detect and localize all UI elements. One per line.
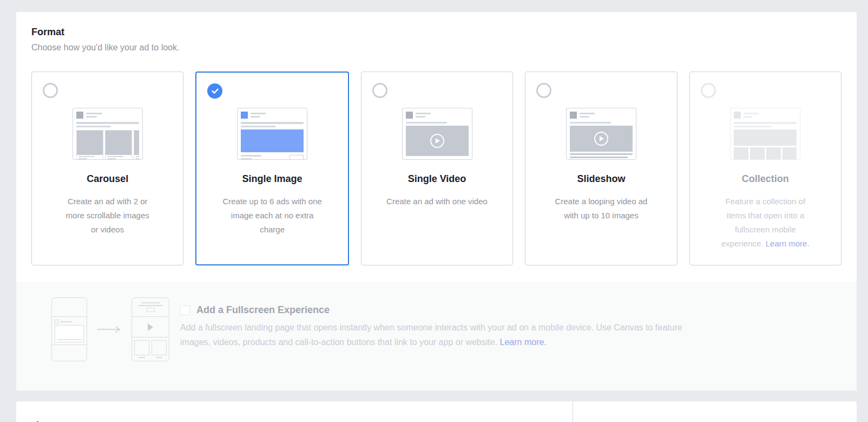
format-option-description: Create a looping video ad with up to 10 …: [543, 194, 660, 223]
mobile-ad-phone-icon: [51, 297, 87, 361]
fullscreen-canvas-phone-icon: [131, 297, 169, 361]
format-option-label: Single Image: [196, 173, 347, 185]
fullscreen-experience-description: Add a fullscreen landing page that opens…: [180, 320, 682, 349]
format-options-row: Carousel Create an ad with 2 or more scr…: [31, 72, 841, 265]
panel-vertical-divider: [573, 401, 573, 422]
page: Format Choose how you'd like your ad to …: [0, 0, 868, 422]
radio-unselected-icon[interactable]: [536, 83, 551, 98]
format-option-label: Single Video: [361, 173, 512, 185]
radio-unselected-icon[interactable]: [372, 83, 387, 98]
format-option-label: Slideshow: [525, 173, 676, 185]
carousel-ad-thumbnail-icon: [73, 108, 143, 160]
fullscreen-experience-content: Add a Fullscreen Experience Add a fullsc…: [180, 304, 682, 349]
slideshow-ad-thumbnail-icon: [566, 108, 636, 160]
single-video-ad-thumbnail-icon: [402, 108, 472, 160]
format-option-description: Create an ad with one video: [379, 194, 496, 209]
format-title: Format: [31, 26, 841, 38]
canvas-learn-more-link[interactable]: Learn more.: [500, 337, 547, 347]
collection-ad-thumbnail-icon: [730, 108, 800, 160]
images-title: Images: [36, 419, 857, 422]
format-option-label: Collection: [690, 173, 841, 185]
fullscreen-experience-section: Add a Fullscreen Experience Add a fullsc…: [16, 282, 857, 391]
format-option-single-video[interactable]: Single Video Create an ad with one video: [361, 72, 513, 265]
fullscreen-experience-checkbox[interactable]: [180, 306, 190, 315]
canvas-phones-illustration: [51, 297, 169, 361]
fullscreen-experience-label: Add a Fullscreen Experience: [196, 304, 330, 316]
collection-learn-more-link[interactable]: Learn more.: [766, 239, 810, 248]
arrow-right-icon: [87, 326, 131, 333]
format-option-carousel[interactable]: Carousel Create an ad with 2 or more scr…: [31, 72, 183, 265]
format-section: Format Choose how you'd like your ad to …: [16, 12, 857, 282]
format-option-description: Create up to 6 ads with one image each a…: [214, 194, 331, 237]
format-option-label: Carousel: [32, 173, 183, 185]
images-panel: Images: [16, 401, 857, 422]
single-image-ad-thumbnail-icon: [237, 108, 307, 160]
format-option-slideshow[interactable]: Slideshow Create a looping video ad with…: [525, 72, 677, 265]
format-subtitle: Choose how you'd like your ad to look.: [31, 42, 841, 53]
selected-check-icon[interactable]: [207, 83, 222, 99]
format-option-single-image[interactable]: Single Image Create up to 6 ads with one…: [195, 72, 348, 265]
ad-format-panel: Format Choose how you'd like your ad to …: [16, 12, 857, 391]
format-option-collection[interactable]: Collection Feature a collection of items…: [689, 72, 841, 265]
radio-unselected-icon: [701, 83, 716, 98]
radio-unselected-icon[interactable]: [43, 83, 58, 98]
format-option-description: Create an ad with 2 or more scrollable i…: [49, 194, 166, 237]
format-option-description: Feature a collection of items that open …: [707, 194, 824, 251]
